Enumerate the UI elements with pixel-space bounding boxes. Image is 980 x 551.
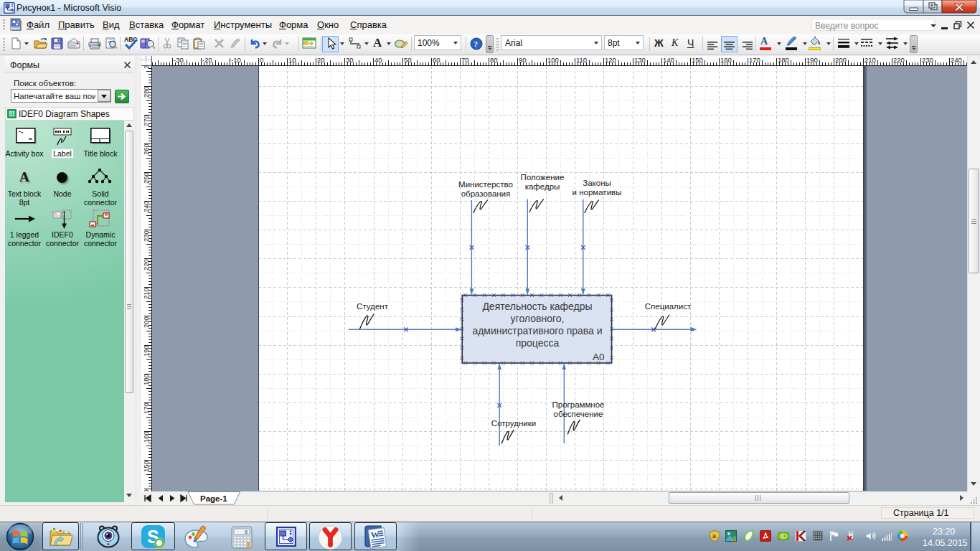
svg-text:0: 0 (245, 529, 248, 535)
svg-text:!: ! (733, 537, 735, 542)
svg-text:?: ? (474, 39, 479, 48)
